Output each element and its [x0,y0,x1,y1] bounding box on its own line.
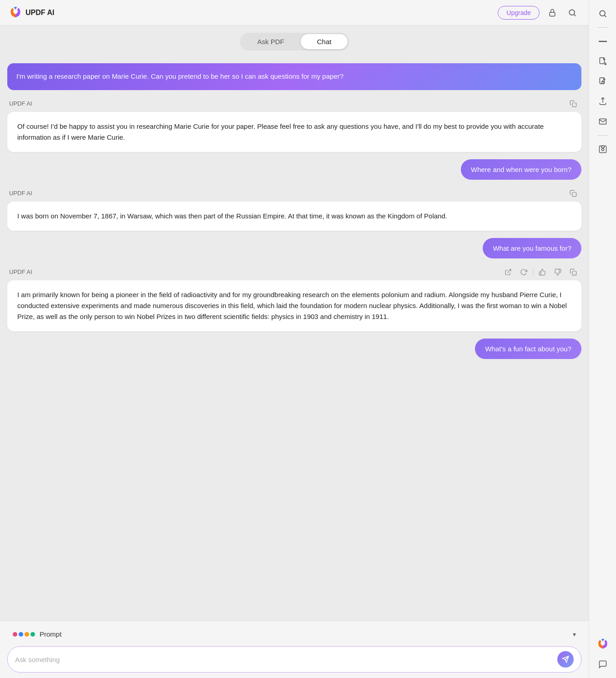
ai-text-3: I am primarily known for being a pioneer… [17,291,567,320]
user-reply-bubble-1: Where and when were you born? [461,159,581,180]
upgrade-button[interactable]: Upgrade [498,6,540,20]
user-reply-3: What's a fun fact about you? [7,339,581,359]
chat-area: I'm writing a research paper on Marie Cu… [0,56,589,621]
sidebar-divider-1 [597,27,608,28]
ai-actions-1 [567,97,580,110]
prompt-bar[interactable]: Prompt ▾ [7,627,581,642]
dot-blue [19,632,23,637]
ai-bubble-2: I was born on November 7, 1867, in Warsa… [7,202,581,231]
ai-actions-3 [502,266,580,278]
copy-button-2[interactable] [567,187,580,200]
external-link-button[interactable] [502,266,515,278]
svg-rect-18 [572,271,576,275]
dot-green [30,632,35,637]
svg-point-13 [569,10,575,15]
ai-label-3: UPDF AI [9,268,32,275]
lock-header-icon[interactable] [545,5,560,20]
ai-label-2: UPDF AI [9,190,32,197]
refresh-button[interactable] [517,266,530,278]
copy-button-1[interactable] [567,97,580,110]
svg-rect-15 [572,103,576,107]
search-icon[interactable] [595,5,611,22]
prompt-chevron-icon: ▾ [573,631,576,638]
app-logo-icon [9,6,22,19]
ai-text-1: Of course! I'd be happy to assist you in… [17,122,544,141]
save-icon[interactable] [595,141,611,157]
tab-ask-pdf[interactable]: Ask PDF [241,34,301,49]
search-header-icon[interactable] [565,5,580,20]
copy-button-3[interactable] [567,266,580,278]
user-reply-text-3: What's a fun fact about you? [485,345,571,353]
thumbs-down-button[interactable] [551,266,564,278]
prompt-dots [13,632,35,637]
ai-actions-2 [567,187,580,200]
user-initial-bubble: I'm writing a research paper on Marie Cu… [7,63,581,90]
tab-chat[interactable]: Chat [301,34,348,49]
svg-point-10 [601,148,604,151]
header-right: Upgrade [498,5,580,20]
thumbs-up-button[interactable] [536,266,549,278]
ai-header-2: UPDF AI [7,187,581,200]
svg-rect-16 [572,192,576,197]
chat-sidebar-icon[interactable] [595,656,611,673]
input-row [7,646,581,673]
user-reply-bubble-3: What's a fun fact about you? [475,339,581,359]
updf-logo-icon[interactable] [595,636,611,653]
main-container: UPDF AI Upgrade Ask PDF Chat [0,0,589,678]
dot-yellow [25,632,29,637]
svg-rect-6 [601,82,604,84]
logo-area: UPDF AI [9,6,54,19]
file-lock-icon[interactable] [595,73,611,90]
chat-input[interactable] [15,656,553,663]
user-reply-bubble-2: What are you famous for? [483,238,581,258]
user-initial-message: I'm writing a research paper on Marie Cu… [7,63,581,90]
prompt-left: Prompt [13,630,61,638]
app-title: UPDF AI [25,9,54,17]
ai-header-3: UPDF AI [7,266,581,278]
share-icon[interactable] [595,93,611,110]
svg-line-17 [508,269,511,273]
ai-message-2: UPDF AI I was born on November 7, 1867, … [7,187,581,231]
action-divider [533,268,533,276]
svg-rect-11 [601,146,604,148]
user-initial-text: I'm writing a research paper on Marie Cu… [16,72,343,80]
ai-header-1: UPDF AI [7,97,581,110]
user-reply-2: What are you famous for? [7,238,581,258]
user-reply-text-2: What are you famous for? [493,244,571,252]
user-reply-1: Where and when were you born? [7,159,581,180]
tab-bar: Ask PDF Chat [0,25,589,56]
sidebar-bottom-icons [595,636,611,673]
svg-line-14 [574,14,576,16]
ai-message-1: UPDF AI Of course! I'd be happy to assis… [7,97,581,152]
right-sidebar [589,0,616,678]
ai-bubble-3: I am primarily known for being a pioneer… [7,280,581,331]
send-button[interactable] [557,651,574,668]
ai-label-1: UPDF AI [9,100,32,107]
svg-point-0 [600,10,605,16]
svg-rect-9 [599,146,606,153]
ai-text-2: I was born on November 7, 1867, in Warsa… [17,212,447,220]
svg-line-1 [604,15,606,17]
user-reply-text-1: Where and when were you born? [471,166,571,173]
tab-container: Ask PDF Chat [240,33,349,51]
sidebar-divider-2 [597,135,608,136]
header: UPDF AI Upgrade [0,0,589,25]
ai-message-3: UPDF AI [7,266,581,331]
svg-rect-12 [550,12,555,16]
file-convert-icon[interactable] [595,53,611,70]
dot-red [13,632,17,637]
prompt-label: Prompt [40,630,61,638]
ai-bubble-1: Of course! I'd be happy to assist you in… [7,112,581,152]
bottom-area: Prompt ▾ [0,621,589,678]
minimize-icon[interactable] [595,33,611,50]
mail-icon[interactable] [595,113,611,130]
